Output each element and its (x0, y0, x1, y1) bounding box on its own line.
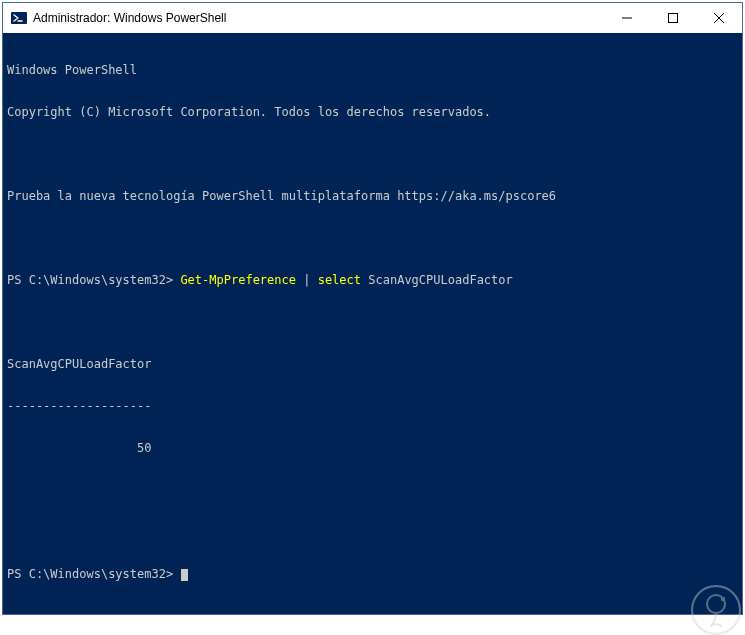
terminal-blank (7, 483, 738, 497)
titlebar[interactable]: Administrador: Windows PowerShell (3, 3, 742, 33)
powershell-icon (11, 10, 27, 26)
terminal-blank (7, 525, 738, 539)
minimize-button[interactable] (604, 3, 650, 33)
command-verb: select (318, 273, 361, 287)
output-value: 50 (7, 441, 738, 455)
command-cmdlet: Get-MpPreference (180, 273, 296, 287)
window-title: Administrador: Windows PowerShell (33, 11, 604, 25)
terminal-line: Windows PowerShell (7, 63, 738, 77)
prompt-line: PS C:\Windows\system32> (7, 567, 738, 581)
prompt: PS C:\Windows\system32> (7, 273, 180, 287)
terminal-blank (7, 231, 738, 245)
command-arg: ScanAvgCPULoadFactor (361, 273, 513, 287)
terminal-blank (7, 315, 738, 329)
cursor (181, 569, 188, 581)
svg-rect-3 (669, 14, 678, 23)
svg-rect-0 (11, 12, 27, 24)
maximize-button[interactable] (650, 3, 696, 33)
terminal-line: Prueba la nueva tecnología PowerShell mu… (7, 189, 738, 203)
output-divider: -------------------- (7, 399, 738, 413)
terminal-blank (7, 147, 738, 161)
command-pipe: | (296, 273, 318, 287)
command-line: PS C:\Windows\system32> Get-MpPreference… (7, 273, 738, 287)
window-controls (604, 3, 742, 33)
powershell-window: Administrador: Windows PowerShell Windo (2, 2, 743, 615)
output-header: ScanAvgCPULoadFactor (7, 357, 738, 371)
prompt: PS C:\Windows\system32> (7, 567, 180, 581)
terminal-body[interactable]: Windows PowerShell Copyright (C) Microso… (3, 33, 742, 614)
terminal-line: Copyright (C) Microsoft Corporation. Tod… (7, 105, 738, 119)
close-button[interactable] (696, 3, 742, 33)
